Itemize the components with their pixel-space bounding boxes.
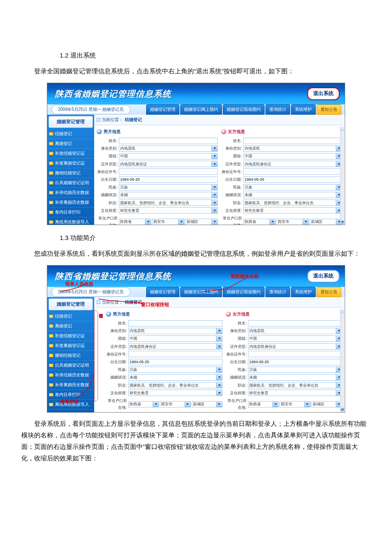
male-cert-no-input[interactable] [128,351,222,357]
female-education-select[interactable]: 研究生教育 [248,390,342,396]
sidebar-item-reissue-marriage[interactable]: 补发结婚登记证 [47,149,94,159]
male-id-type-select[interactable]: 内地居民 [128,328,222,334]
sidebar-item-print-index[interactable]: 卷内目录打印 [47,390,94,400]
male-marital-select[interactable]: 未婚 [119,192,218,198]
female-cert-no-input[interactable] [243,168,342,175]
collapse-toggle-icon[interactable] [97,118,100,121]
female-prov-select[interactable]: 陕西省 [243,219,276,225]
female-cert-type-select[interactable]: 内地居民身份证 [248,343,342,350]
male-occupation-select[interactable]: 国家机关、党群组织、企业、事业单位负 [128,382,222,388]
male-education-select[interactable]: 研究生教育 [128,390,222,396]
sidebar-item-marriage-reg[interactable]: 结婚登记 [47,129,94,139]
male-city-select[interactable]: 西安市 [160,401,190,408]
male-ethnic-select[interactable]: 汉族 [119,184,218,191]
collapse-toggle-icon[interactable] [97,301,100,304]
female-nation-select[interactable]: 中国 [248,335,342,342]
logout-button[interactable]: 退出系统 [307,87,340,100]
female-education-select[interactable]: 研究生教育 [243,207,342,214]
sidebar-item-reissue-divorce[interactable]: 补发离婚登记证 [47,159,94,168]
male-birth-input[interactable] [119,176,218,183]
sidebar-item-revoke-marriage[interactable]: 撤销结婚登记 [47,168,94,178]
sidebar-item-supplement-marriage[interactable]: 补录结婚历史数据 [47,370,94,380]
female-occupation-select[interactable]: 国家机关、党群组织、企业、事业单位负 [248,382,342,388]
male-icon [97,129,102,134]
male-cert-no-input[interactable] [119,168,218,175]
sidebar-item-supplement-divorce[interactable]: 补录离婚历史数据 [47,198,94,208]
menu-onsite-booking[interactable]: 婚姻登记现场预约 [223,287,265,297]
sidebar-item-reissue-divorce[interactable]: 补发离婚登记证 [47,341,94,351]
sidebar-item-marriage-reg[interactable]: 结婚登记 [47,312,94,321]
female-marital-select[interactable]: 未婚 [243,192,342,198]
sidebar-item-divorce-reg[interactable]: 离婚登记 [47,321,94,331]
menu-sys-maint[interactable]: 系统维护 [291,104,316,115]
male-prov-select[interactable]: 陕西省 [119,219,151,225]
folder-icon [49,403,53,406]
female-birth-input[interactable] [243,176,342,183]
male-nation-select[interactable]: 中国 [119,153,218,159]
male-city-select[interactable]: 西安市 [152,219,184,225]
sidebar-item-divorce-reg[interactable]: 离婚登记 [47,139,94,149]
male-marital-select[interactable]: 未婚 [128,374,222,381]
sidebar-item-issue-proof[interactable]: 出具婚姻登记证明 [47,178,94,188]
menu-marriage-mgmt[interactable]: 婚姻登记管理 [146,287,179,297]
female-ethnic-select[interactable]: 汉族 [243,184,342,191]
sidebar-item-supplement-divorce[interactable]: 补录离婚历史数据 [47,380,94,390]
male-dist-select[interactable]: 新城区 [192,401,222,408]
female-name-input[interactable] [243,138,342,144]
menu-notice[interactable]: 通知公告 [317,287,341,297]
female-occupation-select[interactable]: 国家机关、党群组织、企业、事业单位负 [243,199,342,206]
logout-button[interactable]: 退出系统 [307,270,340,283]
scrollbar[interactable] [340,127,344,224]
label-education: 文化程度: [97,207,119,214]
female-cert-type-select[interactable]: 内地居民身份证 [243,161,342,167]
female-cert-no-input[interactable] [248,351,342,357]
female-prov-select[interactable]: 陕西省 [248,401,279,408]
sidebar-item-issue-proof[interactable]: 出具婚姻登记证明 [47,361,94,370]
female-name-input[interactable] [248,320,342,327]
male-education-select[interactable]: 研究生教育 [119,207,218,214]
male-cert-type-select[interactable]: 内地居民身份证 [128,343,222,350]
female-city-select[interactable]: 西安市 [277,219,309,225]
sidebar-header: 婚姻登记管理 [49,298,93,310]
breadcrumb-label: 当前位置： [102,298,123,306]
menu-query-stats[interactable]: 查询统计 [265,104,290,115]
menu-query-stats[interactable]: 查询统计 [265,287,290,297]
female-ethnic-select[interactable]: 汉族 [248,367,342,373]
menu-sys-maint[interactable]: 系统维护 [291,287,316,297]
female-id-type-select[interactable]: 内地居民 [248,328,342,334]
collapse-handle[interactable] [94,310,98,402]
male-cert-type-select[interactable]: 内地居民身份证 [119,161,218,167]
male-name-input[interactable] [119,138,218,144]
male-ethnic-select[interactable]: 汉族 [128,367,222,373]
female-city-select[interactable]: 西安市 [280,401,310,408]
female-dist-select[interactable]: 新城区 [310,219,342,225]
menu-online-booking[interactable]: 婚姻登记网上预约 [180,104,222,115]
menu-onsite-booking[interactable]: 婚姻登记现场预约 [223,104,265,115]
screenshot-2: 陕西省婚姻登记管理信息系统 退出系统 2009年5月25日 星期一 婚姻登记员 … [47,265,345,413]
menu-marriage-mgmt[interactable]: 婚姻登记管理 [146,104,179,115]
sidebar-item-print-index[interactable]: 卷内目录打印 [47,208,94,217]
male-name-input[interactable] [128,320,222,327]
female-nation-select[interactable]: 中国 [243,153,342,159]
sidebar-item-offline-import[interactable]: 离线系统数据导入 [47,400,94,410]
scrollbar[interactable] [340,309,344,412]
male-id-type-select[interactable]: 内地居民 [119,145,218,152]
male-birth-input[interactable] [128,359,222,365]
female-birth-input[interactable] [248,359,342,365]
female-id-type-select[interactable]: 内地居民 [243,145,342,152]
sidebar-item-reissue-marriage[interactable]: 补发结婚登记证 [47,331,94,341]
male-dist-select[interactable]: 新城区 [185,219,218,225]
male-prov-select[interactable]: 陕西省 [128,401,159,408]
chevron-down-icon [211,146,217,151]
menu-notice[interactable]: 通知公告 [317,104,341,115]
menu-online-booking[interactable]: 婚姻登记网上预约 [180,287,222,297]
female-dist-select[interactable]: 新城区 [311,401,342,408]
male-occupation-select[interactable]: 国家机关、党群组织、企业、事业单位负 [119,199,218,206]
scroll-down-icon[interactable] [340,408,344,412]
sidebar-item-offline-import[interactable]: 离线系统数据导入 [47,217,94,227]
scroll-down-icon[interactable] [340,220,344,224]
female-marital-select[interactable]: 未婚 [248,374,342,381]
male-nation-select[interactable]: 中国 [128,335,222,342]
sidebar-item-revoke-marriage[interactable]: 撤销结婚登记 [47,351,94,361]
sidebar-item-supplement-marriage[interactable]: 补录结婚历史数据 [47,188,94,198]
